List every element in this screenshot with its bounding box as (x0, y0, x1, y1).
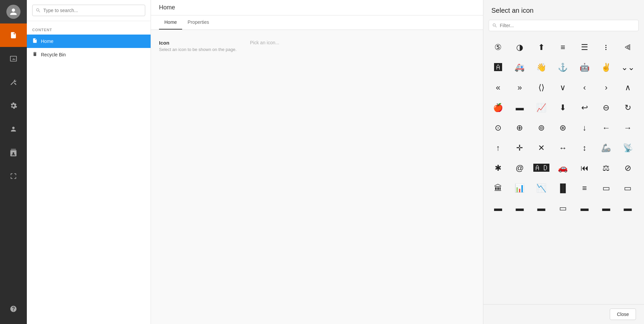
search-input[interactable] (32, 5, 145, 16)
icon-battery-half[interactable]: ▬ (489, 199, 507, 218)
avatar (6, 5, 20, 19)
content-section-label: CONTENT (27, 21, 151, 35)
icon-battery-quarter[interactable]: ▭ (619, 179, 637, 198)
icon-grid-scroll[interactable]: ⑤ ◑ ⬆ ≡ ☰ ⫶ ⫷ 🅰 🚑 👋 ⚓ 🤖 ✌ ⌄⌄ « » ⟨⟩ ∨ ‹ … (483, 35, 644, 304)
icon-chevron-right[interactable]: › (597, 78, 615, 97)
icon-bar-chart2[interactable]: 📉 (532, 179, 551, 198)
icon-bar-chart[interactable]: 📊 (510, 179, 529, 198)
icon-area-chart[interactable]: 📈 (532, 98, 551, 117)
content-panel: CONTENT Home Recycle Bin (27, 0, 151, 324)
icon-double-chevron-up[interactable]: ⟨⟩ (532, 78, 551, 97)
tree-item-home[interactable]: Home (27, 35, 151, 48)
icon-arrows-h[interactable]: ↔ (553, 139, 572, 157)
icon-grid: ⑤ ◑ ⬆ ≡ ☰ ⫶ ⫷ 🅰 🚑 👋 ⚓ 🤖 ✌ ⌄⌄ « » ⟨⟩ ∨ ‹ … (489, 38, 639, 218)
icon-archive[interactable]: ▬ (510, 98, 529, 117)
home-page-icon (32, 38, 38, 45)
tab-properties[interactable]: Properties (182, 15, 214, 30)
icon-contrast[interactable]: ◑ (510, 38, 529, 57)
icon-battery-full5[interactable]: ▬ (619, 199, 637, 218)
icon-assistive-tech[interactable]: 🦾 (597, 139, 615, 157)
icon-arrow-circle-left[interactable]: ↩ (575, 98, 594, 117)
icon-amazon[interactable]: 🅰 (489, 58, 507, 77)
main-editing-area: Home Home Properties Icon Select an icon… (151, 0, 483, 324)
pick-icon-button[interactable]: Pick an icon... (250, 40, 279, 45)
icon-arrow-circle-right[interactable]: ↻ (619, 98, 637, 117)
icon-at[interactable]: @ (510, 159, 529, 177)
icon-double-chevron-right[interactable]: » (510, 78, 529, 97)
filter-search-icon (492, 23, 497, 28)
sidebar-item-settings[interactable] (0, 94, 27, 117)
icon-picker-footer: Close (483, 304, 644, 324)
icon-auto[interactable]: 🚗 (553, 159, 572, 177)
icon-backward[interactable]: ⏮ (575, 159, 594, 177)
sidebar-item-pages[interactable] (0, 23, 27, 47)
icon-peace[interactable]: ✌ (597, 58, 615, 77)
icon-filter-input[interactable] (489, 20, 639, 31)
icon-arrow-up[interactable]: ↑ (489, 139, 507, 157)
icon-ad[interactable]: 🅰🅳 (532, 159, 551, 177)
icon-picker-panel: Select an icon ⑤ ◑ ⬆ ≡ ☰ ⫶ ⫷ 🅰 🚑 👋 ⚓ 🤖 ✌… (483, 0, 644, 324)
icon-bars[interactable]: ≡ (575, 179, 594, 198)
sidebar-item-help[interactable] (0, 297, 27, 321)
icon-align-justify[interactable]: ☰ (575, 38, 594, 57)
icon-battery-three-quarters[interactable]: ▬ (510, 199, 529, 218)
icon-arrow-circle-right2[interactable]: ⊙ (489, 118, 507, 137)
icon-five[interactable]: ⑤ (489, 38, 507, 57)
icon-asterisk[interactable]: ✱ (489, 159, 507, 177)
icon-double-chevron-left[interactable]: « (489, 78, 507, 97)
icon-barcode[interactable]: ▐▌ (553, 179, 572, 198)
icon-ambulance[interactable]: 🚑 (510, 58, 529, 77)
icon-battery-full2[interactable]: ▭ (553, 199, 572, 218)
icon-chevron-up[interactable]: ∧ (619, 78, 637, 97)
tree-item-home-label: Home (41, 39, 53, 44)
icon-arrow-left[interactable]: ← (597, 118, 615, 137)
tree-item-recycle[interactable]: Recycle Bin (27, 48, 151, 61)
icon-battery-full3[interactable]: ▬ (575, 199, 594, 218)
sidebar-item-widgets[interactable] (0, 164, 27, 188)
icon-align-center[interactable]: ≡ (553, 38, 572, 57)
icon-arrows-alt[interactable]: ✕ (532, 139, 551, 157)
icon-chevron-left[interactable]: ‹ (575, 78, 594, 97)
icon-arrows-v[interactable]: ↕ (575, 139, 594, 157)
icon-chevron-down[interactable]: ∨ (553, 78, 572, 97)
icon-app-indicator[interactable]: ⬆ (532, 38, 551, 57)
sidebar-item-tools[interactable] (0, 70, 27, 94)
sidebar-nav (0, 0, 27, 324)
search-bar (27, 0, 151, 21)
search-wrapper (32, 5, 145, 16)
tree-item-recycle-label: Recycle Bin (41, 52, 66, 57)
user-avatar-section (0, 0, 27, 23)
icon-arrows[interactable]: ✛ (510, 139, 529, 157)
icon-picker-title: Select an icon (483, 0, 644, 20)
sidebar-item-users[interactable] (0, 117, 27, 141)
icon-double-chevron-down[interactable]: ⌄⌄ (619, 58, 637, 77)
tab-home[interactable]: Home (159, 15, 182, 30)
icon-battery-full[interactable]: ▬ (532, 199, 551, 218)
close-button[interactable]: Close (610, 309, 636, 320)
sidebar-item-contacts[interactable] (0, 141, 27, 164)
icon-audio-desc[interactable]: 📡 (619, 139, 637, 157)
icon-arrow-circle-down2[interactable]: ⊖ (597, 98, 615, 117)
icon-arrow-right-circle[interactable]: ⊚ (532, 118, 551, 137)
icon-battery-empty[interactable]: ▭ (597, 179, 615, 198)
properties-area: Icon Select an icon to be shown on the p… (151, 30, 483, 66)
icon-align-right[interactable]: ⫷ (619, 38, 637, 57)
icon-arrow-up-circle[interactable]: ⊛ (553, 118, 572, 137)
icon-arrow-right[interactable]: → (619, 118, 637, 137)
icon-battery-full4[interactable]: ▬ (597, 199, 615, 218)
icon-field-label: Icon (159, 40, 236, 46)
icon-balance[interactable]: ⚖ (597, 159, 615, 177)
icon-apple[interactable]: 🍎 (489, 98, 507, 117)
icon-align-left[interactable]: ⫶ (597, 38, 615, 57)
tab-bar: Home Properties (151, 15, 483, 30)
icon-android[interactable]: 🤖 (575, 58, 594, 77)
icon-bank[interactable]: 🏛 (489, 179, 507, 198)
icon-arrow-circle-down[interactable]: ⬇ (553, 98, 572, 117)
icon-ban[interactable]: ⊘ (619, 159, 637, 177)
sidebar-item-media[interactable] (0, 47, 27, 70)
icon-american-sign[interactable]: 👋 (532, 58, 551, 77)
icon-arrow-down[interactable]: ↓ (575, 118, 594, 137)
icon-arrow-circle-up[interactable]: ⊕ (510, 118, 529, 137)
recycle-bin-icon (32, 51, 38, 58)
icon-anchor[interactable]: ⚓ (553, 58, 572, 77)
